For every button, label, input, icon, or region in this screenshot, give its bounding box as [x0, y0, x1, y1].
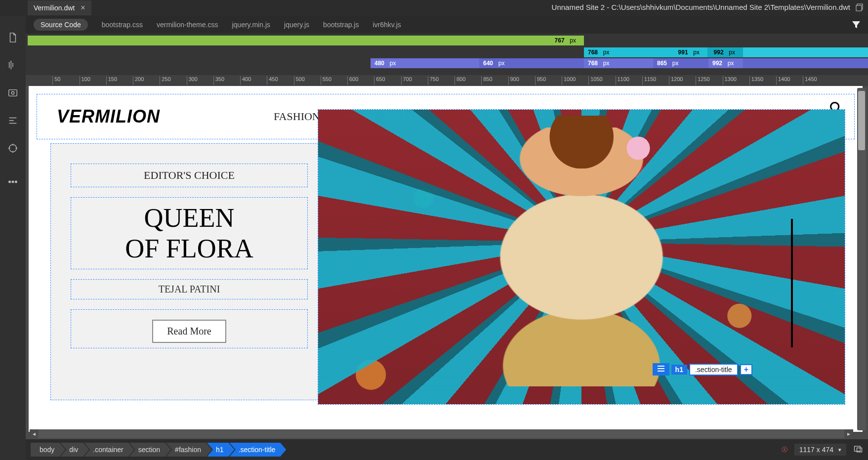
file-tab[interactable]: Vermilion.dwt ×: [28, 0, 91, 15]
related-file[interactable]: bootstrap.css: [102, 21, 143, 29]
nav-link-fashion[interactable]: FASHION: [274, 110, 320, 123]
ruler: 5010015020025030035040045050055060065070…: [26, 75, 868, 86]
ruler-tick: 1000: [562, 76, 576, 85]
source-code-button[interactable]: Source Code: [34, 19, 88, 31]
feature-image[interactable]: [318, 109, 845, 405]
ruler-tick: 750: [428, 76, 439, 85]
ruler-tick: 250: [160, 76, 170, 85]
format-icon[interactable]: [6, 114, 20, 127]
svg-point-5: [9, 181, 11, 183]
breakpoint-min[interactable]: 992 px: [708, 58, 743, 68]
manage-sources-icon[interactable]: [6, 58, 20, 72]
site-logo[interactable]: VERMILION: [57, 106, 160, 127]
ruler-tick: 1450: [803, 76, 817, 85]
ruler-tick: 300: [187, 76, 198, 85]
chevron-down-icon: ▾: [838, 447, 841, 453]
realtime-preview-icon[interactable]: [853, 444, 863, 456]
crumb-fashion[interactable]: #fashion: [166, 443, 212, 457]
svg-point-4: [9, 145, 17, 152]
feature-section[interactable]: EDITOR'S CHOICE QUEEN OF FLORA TEJAL PAT…: [50, 143, 841, 400]
breakpoint-max[interactable]: 767 px: [28, 36, 584, 45]
ruler-tick: 200: [133, 76, 144, 85]
scroll-right-icon[interactable]: ▸: [844, 429, 853, 438]
window-title: Unnamed Site 2 - C:\Users\shhivkum\Docum…: [552, 3, 850, 11]
breakpoint-range[interactable]: [743, 47, 868, 57]
text-cursor: [791, 219, 793, 347]
ruler-tick: 650: [374, 76, 385, 85]
scroll-left-icon[interactable]: ◂: [30, 429, 39, 438]
ruler-tick: 400: [240, 76, 251, 85]
close-icon[interactable]: ×: [81, 3, 85, 12]
feature-author[interactable]: TEJAL PATINI: [71, 279, 308, 299]
feature-kicker[interactable]: EDITOR'S CHOICE: [71, 164, 308, 187]
hud-tag[interactable]: h1: [671, 365, 687, 375]
crumb-body[interactable]: body: [31, 443, 65, 457]
new-file-icon[interactable]: [6, 31, 20, 44]
crumb-section-title[interactable]: .section-title: [230, 443, 287, 457]
hud-class[interactable]: .section-title: [689, 364, 738, 376]
feature-image-art: [318, 110, 845, 404]
more-icon[interactable]: [6, 175, 20, 189]
ruler-tick: 100: [80, 76, 90, 85]
breakpoint-min[interactable]: 640 px: [479, 58, 584, 68]
related-file[interactable]: jquery.min.js: [232, 21, 270, 29]
svg-point-3: [11, 91, 14, 94]
read-more-button[interactable]: Read More: [152, 320, 226, 343]
error-icon[interactable]: ⓧ: [782, 446, 787, 454]
svg-point-6: [12, 181, 14, 183]
status-right: ⓧ 1117 x 474 ▾: [782, 444, 863, 456]
crumb-container[interactable]: .container: [84, 443, 134, 457]
svg-rect-10: [855, 446, 861, 451]
breakpoint-range[interactable]: 992 px: [707, 47, 743, 57]
filter-icon[interactable]: [851, 20, 861, 31]
ruler-tick: 700: [401, 76, 412, 85]
feature-text-col: EDITOR'S CHOICE QUEEN OF FLORA TEJAL PAT…: [51, 144, 328, 400]
breakpoint-min[interactable]: 480 px: [371, 58, 479, 68]
target-icon[interactable]: [6, 141, 20, 155]
restore-window-icon[interactable]: [855, 3, 864, 12]
ruler-tick: 500: [294, 76, 305, 85]
ruler-tick: 1150: [642, 76, 656, 85]
scrollbar-thumb[interactable]: [858, 91, 865, 150]
page-body[interactable]: VERMILION FASHION TRAVEL ART FOOD CONTAC…: [29, 86, 863, 432]
related-file[interactable]: bootstrap.js: [323, 21, 359, 29]
ruler-tick: 1400: [776, 76, 790, 85]
hud-add-button[interactable]: +: [740, 364, 752, 375]
crumb-section[interactable]: section: [129, 443, 171, 457]
ruler-tick: 900: [508, 76, 519, 85]
design-canvas-wrap: VERMILION FASHION TRAVEL ART FOOD CONTAC…: [26, 86, 868, 439]
media-query-bar: 767 px 768 px991 px 992 px 480 px 640 px…: [26, 34, 868, 75]
hud-menu-icon[interactable]: [653, 363, 669, 376]
viewport-size-selector[interactable]: 1117 x 474 ▾: [794, 444, 846, 456]
ruler-tick: 600: [347, 76, 358, 85]
vertical-scrollbar[interactable]: [857, 88, 866, 430]
element-selection-hud: h1 .section-title +: [653, 363, 752, 376]
ruler-tick: 1200: [669, 76, 683, 85]
ruler-tick: 350: [213, 76, 224, 85]
related-files-bar: Source Code bootstrap.css vermilion-them…: [26, 16, 868, 34]
svg-rect-1: [856, 5, 862, 11]
ruler-tick: 1350: [749, 76, 763, 85]
horizontal-scrollbar[interactable]: ◂ ▸: [30, 429, 853, 438]
related-file[interactable]: vermilion-theme.css: [157, 21, 218, 29]
related-file[interactable]: jquery.js: [284, 21, 309, 29]
breakpoint-min[interactable]: 865 px: [653, 58, 708, 68]
breakpoint-min[interactable]: 768 px: [584, 58, 653, 68]
related-file[interactable]: ivr6hkv.js: [372, 21, 401, 29]
ruler-tick: 550: [321, 76, 331, 85]
ruler-tick: 950: [535, 76, 546, 85]
ruler-tick: 50: [52, 76, 60, 85]
ruler-tick: 800: [455, 76, 465, 85]
ruler-tick: 450: [267, 76, 278, 85]
breakpoint-range[interactable]: 768 px991 px: [584, 47, 707, 57]
design-canvas[interactable]: VERMILION FASHION TRAVEL ART FOOD CONTAC…: [26, 86, 868, 439]
tag-selector-bar: body div .container section #fashion h1 …: [26, 439, 868, 460]
feature-title[interactable]: QUEEN OF FLORA: [71, 197, 308, 269]
breakpoint-min[interactable]: [743, 58, 868, 68]
live-view-icon[interactable]: [6, 86, 20, 100]
ruler-tick: 1300: [723, 76, 737, 85]
ruler-tick: 1250: [696, 76, 709, 85]
svg-point-7: [15, 181, 17, 183]
ruler-tick: 850: [481, 76, 492, 85]
left-toolbar: [0, 16, 26, 460]
